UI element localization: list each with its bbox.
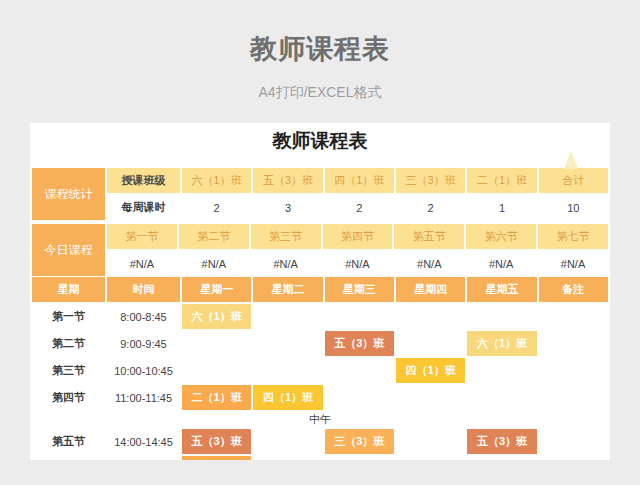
today-period-header: 第六节 [466,224,536,249]
schedule-cell-monday: 三（3）班 [182,456,251,460]
schedule-cell-empty [325,358,394,383]
schedule-cell-tuesday: 四（1）班 [253,385,322,410]
schedule-cell-empty [396,304,465,329]
page-title: 教师课程表 [0,31,640,67]
today-value-cell: #N/A [394,251,464,276]
schedule-cell-thursday: 四（1）班 [396,358,465,383]
decorative-ribbon-icon [564,151,578,169]
schedule-cell-monday: 五（3）班 [182,429,251,454]
schedule-cell-friday: 六（1）班 [467,331,536,356]
schedule-row: 第一节 8:00-8:45 六（1）班 [32,304,608,329]
schedule-cell-empty [396,456,465,460]
schedule-header: 星期四 [396,277,465,302]
schedule-cell-empty [325,456,394,460]
stats-class-header: 六（1）班 [182,168,251,193]
schedule-header: 星期五 [467,277,536,302]
today-period-header: 第一节 [107,224,177,249]
schedule-time: 10:00-10:45 [107,358,180,383]
stats-block-label: 课程统计 [32,168,105,220]
schedule-cell-note [539,358,608,383]
stats-class-header: 四（1）班 [325,168,394,193]
schedule-cell-empty [182,331,251,356]
schedule-cell-empty [325,304,394,329]
stats-hours-cell: 3 [253,195,322,220]
today-period-header: 第三节 [251,224,321,249]
stats-header-label: 授课班级 [107,168,180,193]
today-value-cell: #N/A [251,251,321,276]
schedule-cell-friday: 五（3）班 [467,429,536,454]
schedule-cell-note [539,456,608,460]
schedule-cell-empty [396,331,465,356]
stats-class-header: 三（3）班 [396,168,465,193]
schedule-period: 第四节 [32,385,105,410]
schedule-cell-note [539,429,608,454]
schedule-cell-empty [467,385,536,410]
schedule-time: 9:00-9:45 [107,331,180,356]
schedule-cell-empty [253,456,322,460]
schedule-cell-note [539,304,608,329]
schedule-time: 11:00-11:45 [107,385,180,410]
stats-total-cell: 10 [539,195,608,220]
weekly-schedule-table: 星期 时间 星期一 星期二 星期三 星期四 星期五 备注 第一节 8:00-8:… [30,275,610,460]
schedule-header: 备注 [539,277,608,302]
schedule-cell-note [539,331,608,356]
stats-row-label: 每周课时 [107,195,180,220]
schedule-time: 15:00-15:45 [107,456,180,460]
schedule-cell-empty [253,304,322,329]
schedule-row: 第六节 15:00-15:45 三（3）班 [32,456,608,460]
today-period-header: 第七节 [538,224,608,249]
schedule-header: 星期 [32,277,105,302]
schedule-cell-empty [253,429,322,454]
schedule-cell-empty [253,358,322,383]
schedule-period: 第五节 [32,429,105,454]
schedule-row: 第三节 10:00-10:45 四（1）班 [32,358,608,383]
schedule-cell-empty [253,331,322,356]
schedule-cell-wednesday: 三（3）班 [325,429,394,454]
today-courses-table: 今日课程 第一节 第二节 第三节 第四节 第五节 第六节 第七节 #N/A #N… [30,222,610,278]
schedule-cell-empty [182,358,251,383]
today-value-cell: #N/A [179,251,249,276]
schedule-header: 星期一 [182,277,251,302]
schedule-cell-empty [325,385,394,410]
schedule-cell-wednesday: 五（3）班 [325,331,394,356]
noon-break-label: 中午 [32,412,608,427]
stats-hours-cell: 2 [325,195,394,220]
course-stats-table: 课程统计 授课班级 六（1）班 五（3）班 四（1）班 三（3）班 二（1）班 … [30,166,610,222]
schedule-preview-card: 教师课程表 课程统计 授课班级 六（1）班 五（3）班 四（1）班 三（3）班 … [30,123,610,460]
stats-hours-cell: 2 [182,195,251,220]
schedule-header: 星期二 [253,277,322,302]
schedule-time: 8:00-8:45 [107,304,180,329]
schedule-header: 星期三 [325,277,394,302]
schedule-cell-empty [467,358,536,383]
schedule-cell-note [539,385,608,410]
schedule-cell-monday: 二（1）班 [182,385,251,410]
today-period-header: 第二节 [179,224,249,249]
schedule-row: 第五节 14:00-14:45 五（3）班 三（3）班 五（3）班 [32,429,608,454]
schedule-cell-empty [467,456,536,460]
schedule-cell-empty [396,385,465,410]
schedule-row: 第四节 11:00-11:45 二（1）班 四（1）班 [32,385,608,410]
today-value-cell: #N/A [538,251,608,276]
schedule-cell-monday: 六（1）班 [182,304,251,329]
stats-hours-cell: 1 [467,195,536,220]
stats-total-header: 合计 [539,168,608,193]
stats-hours-cell: 2 [396,195,465,220]
noon-break-row: 中午 [32,412,608,427]
card-title: 教师课程表 [30,123,610,153]
schedule-cell-empty [467,304,536,329]
stats-class-header: 五（3）班 [253,168,322,193]
schedule-period: 第一节 [32,304,105,329]
schedule-time: 14:00-14:45 [107,429,180,454]
today-period-header: 第五节 [394,224,464,249]
stats-class-header: 二（1）班 [467,168,536,193]
today-value-cell: #N/A [323,251,393,276]
today-value-cell: #N/A [107,251,177,276]
schedule-period: 第三节 [32,358,105,383]
page-subtitle: A4打印/EXCEL格式 [0,84,640,102]
schedule-period: 第二节 [32,331,105,356]
schedule-cell-empty [396,429,465,454]
schedule-row: 第二节 9:00-9:45 五（3）班 六（1）班 [32,331,608,356]
today-period-header: 第四节 [323,224,393,249]
today-value-cell: #N/A [466,251,536,276]
schedule-period: 第六节 [32,456,105,460]
